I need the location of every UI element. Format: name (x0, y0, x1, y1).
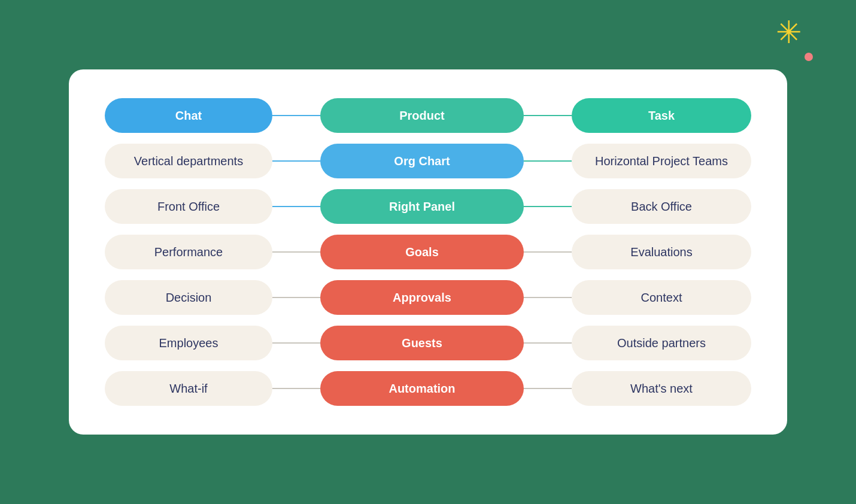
pill-guests: Guests (320, 326, 524, 360)
pill-automation: Automation (320, 371, 524, 406)
row-1: Chat Product Task (105, 98, 751, 133)
dot-decoration (805, 53, 813, 61)
connector-6-left (272, 342, 320, 344)
pill-org-chart: Org Chart (320, 144, 524, 178)
pill-horizontal-project-teams: Horizontal Project Teams (572, 144, 751, 178)
row-4: Performance Goals Evaluations (105, 235, 751, 269)
diagram-container: Chat Product Task Vertical departments O… (69, 69, 787, 435)
pill-approvals: Approvals (320, 280, 524, 315)
connector-2-left (272, 160, 320, 162)
pill-outside-partners: Outside partners (572, 326, 751, 360)
connector-7-left (272, 388, 320, 389)
connector-1-left (272, 115, 320, 116)
pill-back-office: Back Office (572, 189, 751, 224)
connector-5-right (524, 297, 572, 298)
connector-3-right (524, 206, 572, 207)
connector-2-right (524, 160, 572, 162)
connector-3-left (272, 206, 320, 207)
pill-chat: Chat (105, 98, 272, 133)
row-7: What-if Automation What's next (105, 371, 751, 406)
pill-product: Product (320, 98, 524, 133)
connector-4-right (524, 251, 572, 253)
connector-6-right (524, 342, 572, 344)
pill-performance: Performance (105, 235, 272, 269)
pill-decision: Decision (105, 280, 272, 315)
pill-context: Context (572, 280, 751, 315)
pill-evaluations: Evaluations (572, 235, 751, 269)
row-6: Employees Guests Outside partners (105, 326, 751, 360)
pill-front-office: Front Office (105, 189, 272, 224)
connector-1-right (524, 115, 572, 116)
connector-7-right (524, 388, 572, 389)
connector-5-left (272, 297, 320, 298)
star-decoration: ✳ (776, 17, 802, 48)
pill-goals: Goals (320, 235, 524, 269)
row-5: Decision Approvals Context (105, 280, 751, 315)
pill-employees: Employees (105, 326, 272, 360)
pill-right-panel: Right Panel (320, 189, 524, 224)
row-3: Front Office Right Panel Back Office (105, 189, 751, 224)
pill-task: Task (572, 98, 751, 133)
pill-what-if: What-if (105, 371, 272, 406)
row-2: Vertical departments Org Chart Horizonta… (105, 144, 751, 178)
connector-4-left (272, 251, 320, 253)
pill-vertical-departments: Vertical departments (105, 144, 272, 178)
pill-whats-next: What's next (572, 371, 751, 406)
